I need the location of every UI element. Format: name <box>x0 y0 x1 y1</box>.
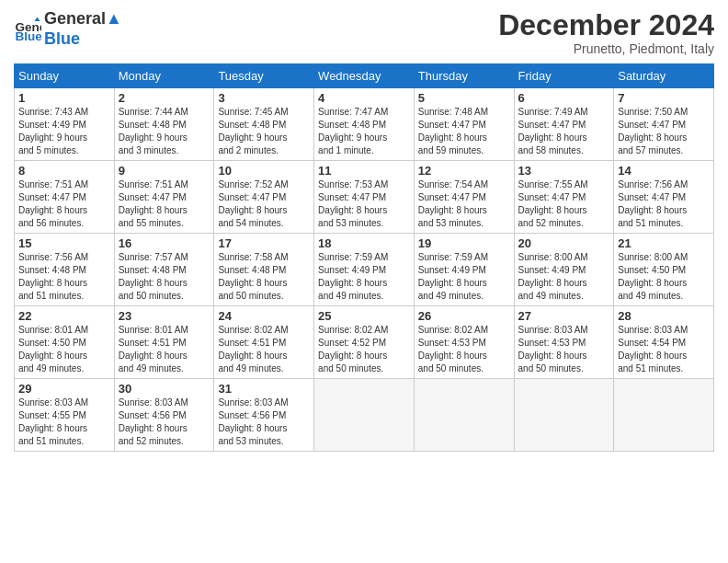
day-detail: and 50 minutes. <box>318 363 383 373</box>
day-detail: and 49 minutes. <box>218 363 283 373</box>
day-detail: Sunrise: 8:01 AM <box>119 325 188 335</box>
day-number: 15 <box>18 236 110 250</box>
day-detail: Daylight: 8 hours <box>318 278 387 288</box>
calendar-cell: 12Sunrise: 7:54 AMSunset: 4:47 PMDayligh… <box>414 161 514 234</box>
calendar-cell: 21Sunrise: 8:00 AMSunset: 4:50 PMDayligh… <box>614 234 714 306</box>
svg-text:Blue: Blue <box>16 29 42 43</box>
calendar-cell: 26Sunrise: 8:02 AMSunset: 4:53 PMDayligh… <box>414 306 514 379</box>
day-detail: Sunset: 4:47 PM <box>218 192 286 202</box>
logo: General Blue General▲ Blue <box>14 9 122 49</box>
day-detail: Sunset: 4:47 PM <box>518 192 586 202</box>
day-detail: Sunset: 4:47 PM <box>618 192 686 202</box>
day-number: 6 <box>518 91 610 105</box>
month-title: December 2024 <box>498 9 714 41</box>
calendar-cell <box>314 379 415 452</box>
calendar-cell <box>514 379 614 452</box>
calendar-cell: 1Sunrise: 7:43 AMSunset: 4:49 PMDaylight… <box>15 88 115 161</box>
day-detail: Daylight: 8 hours <box>518 278 587 288</box>
day-detail: and 57 minutes. <box>618 145 683 155</box>
calendar-cell: 25Sunrise: 8:02 AMSunset: 4:52 PMDayligh… <box>314 306 415 379</box>
day-detail: Sunset: 4:48 PM <box>318 120 386 130</box>
day-detail: Daylight: 8 hours <box>18 205 87 215</box>
day-detail: Sunset: 4:48 PM <box>18 265 86 275</box>
day-detail: and 53 minutes. <box>218 436 283 446</box>
svg-marker-1 <box>35 17 40 21</box>
calendar-cell: 27Sunrise: 8:03 AMSunset: 4:53 PMDayligh… <box>514 306 614 379</box>
day-number: 20 <box>518 236 610 250</box>
day-number: 31 <box>218 382 310 396</box>
day-detail: Daylight: 8 hours <box>418 350 487 361</box>
day-detail: and 49 minutes. <box>18 363 84 373</box>
calendar-cell: 18Sunrise: 7:59 AMSunset: 4:49 PMDayligh… <box>314 234 415 306</box>
day-detail: Sunset: 4:51 PM <box>218 338 286 348</box>
day-detail: Sunrise: 7:44 AM <box>119 107 188 117</box>
day-number: 1 <box>18 91 110 105</box>
day-detail: Sunset: 4:54 PM <box>618 338 686 348</box>
day-detail: Sunrise: 7:47 AM <box>318 107 388 117</box>
day-detail: Daylight: 9 hours <box>18 132 87 143</box>
day-detail: Daylight: 9 hours <box>218 132 287 143</box>
day-detail: Sunrise: 7:58 AM <box>218 252 288 262</box>
day-detail: Sunrise: 7:54 AM <box>418 179 488 190</box>
day-detail: Sunset: 4:47 PM <box>119 192 187 202</box>
day-detail: Daylight: 8 hours <box>418 278 487 288</box>
day-detail: Daylight: 8 hours <box>418 132 487 143</box>
day-detail: Sunset: 4:50 PM <box>618 265 686 275</box>
day-detail: and 49 minutes. <box>618 291 683 301</box>
day-detail: Daylight: 8 hours <box>518 350 587 361</box>
day-detail: Daylight: 9 hours <box>119 132 188 143</box>
day-number: 17 <box>218 236 310 250</box>
calendar-cell: 16Sunrise: 7:57 AMSunset: 4:48 PMDayligh… <box>114 234 214 306</box>
day-detail: Sunrise: 7:49 AM <box>518 107 588 117</box>
calendar-cell: 24Sunrise: 8:02 AMSunset: 4:51 PMDayligh… <box>214 306 314 379</box>
day-number: 30 <box>119 382 210 396</box>
calendar-cell: 11Sunrise: 7:53 AMSunset: 4:47 PMDayligh… <box>314 161 415 234</box>
day-number: 10 <box>218 164 310 178</box>
day-detail: Sunset: 4:49 PM <box>18 120 86 130</box>
calendar-cell: 9Sunrise: 7:51 AMSunset: 4:47 PMDaylight… <box>114 161 214 234</box>
day-number: 7 <box>618 91 710 105</box>
day-number: 8 <box>18 164 110 178</box>
day-detail: and 59 minutes. <box>418 145 483 155</box>
day-number: 22 <box>18 309 110 323</box>
col-saturday: Saturday <box>614 64 714 88</box>
calendar-cell: 30Sunrise: 8:03 AMSunset: 4:56 PMDayligh… <box>114 379 214 452</box>
calendar-row: 15Sunrise: 7:56 AMSunset: 4:48 PMDayligh… <box>15 234 714 306</box>
day-detail: Sunset: 4:53 PM <box>518 338 586 348</box>
day-detail: Sunrise: 7:59 AM <box>318 252 388 262</box>
day-detail: Sunrise: 8:00 AM <box>518 252 588 262</box>
day-number: 11 <box>318 164 410 178</box>
day-number: 3 <box>218 91 310 105</box>
day-detail: and 51 minutes. <box>618 218 683 228</box>
day-detail: Sunrise: 8:03 AM <box>18 397 88 408</box>
day-detail: Sunset: 4:47 PM <box>418 120 486 130</box>
day-detail: Sunset: 4:48 PM <box>119 265 187 275</box>
calendar-cell: 23Sunrise: 8:01 AMSunset: 4:51 PMDayligh… <box>114 306 214 379</box>
day-detail: and 52 minutes. <box>518 218 584 228</box>
day-detail: and 49 minutes. <box>518 291 584 301</box>
day-detail: Sunset: 4:55 PM <box>18 410 86 420</box>
calendar-cell: 29Sunrise: 8:03 AMSunset: 4:55 PMDayligh… <box>15 379 115 452</box>
day-detail: Sunrise: 7:53 AM <box>318 179 388 190</box>
day-number: 28 <box>618 309 710 323</box>
header: General Blue General▲ Blue December 2024… <box>14 9 714 56</box>
day-detail: Sunset: 4:47 PM <box>318 192 386 202</box>
calendar-cell: 6Sunrise: 7:49 AMSunset: 4:47 PMDaylight… <box>514 88 614 161</box>
day-detail: Sunset: 4:47 PM <box>18 192 86 202</box>
day-detail: Sunset: 4:52 PM <box>318 338 386 348</box>
calendar-row: 22Sunrise: 8:01 AMSunset: 4:50 PMDayligh… <box>15 306 714 379</box>
day-number: 24 <box>218 309 310 323</box>
day-detail: Sunset: 4:48 PM <box>218 120 286 130</box>
day-detail: and 55 minutes. <box>119 218 184 228</box>
calendar-cell: 7Sunrise: 7:50 AMSunset: 4:47 PMDaylight… <box>614 88 714 161</box>
col-wednesday: Wednesday <box>314 64 415 88</box>
calendar-cell: 8Sunrise: 7:51 AMSunset: 4:47 PMDaylight… <box>15 161 115 234</box>
day-detail: Sunset: 4:56 PM <box>218 410 286 420</box>
col-sunday: Sunday <box>15 64 115 88</box>
calendar-row: 8Sunrise: 7:51 AMSunset: 4:47 PMDaylight… <box>15 161 714 234</box>
day-detail: Sunset: 4:49 PM <box>518 265 586 275</box>
day-number: 29 <box>18 382 110 396</box>
day-number: 9 <box>119 164 210 178</box>
day-detail: and 53 minutes. <box>418 218 483 228</box>
day-detail: and 1 minute. <box>318 145 374 155</box>
